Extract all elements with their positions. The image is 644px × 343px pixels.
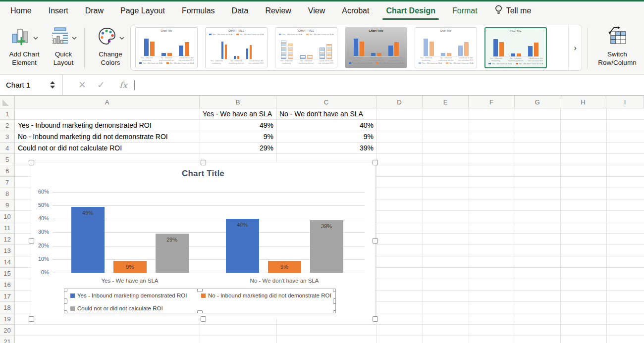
menu-item-format[interactable]: Format — [444, 1, 486, 20]
chart-bar[interactable] — [71, 207, 105, 273]
legend-selection-handle[interactable] — [197, 310, 203, 314]
gallery-more-button[interactable]: › — [568, 25, 582, 70]
select-all-corner[interactable] — [0, 96, 15, 108]
chart-selection-handle[interactable] — [201, 316, 206, 322]
legend-selection-handle[interactable] — [333, 310, 336, 314]
chart-style-thumbnail-3[interactable]: CHART TITLEYes - We have an SLANo - We d… — [275, 27, 337, 68]
column-header-C[interactable]: C — [276, 96, 376, 108]
cell-A4[interactable]: Could not or did not calculate ROI — [15, 143, 200, 154]
enter-icon[interactable]: ✓ — [94, 79, 108, 91]
row-header-18[interactable]: 18 — [0, 302, 15, 313]
chart-title[interactable]: Chart Title — [31, 169, 375, 179]
chart-style-thumbnail-5[interactable]: Chart TitleYes - Inbound marketing demon… — [415, 27, 477, 68]
chart-style-thumbnail-4[interactable]: Chart TitleYes - Inbound marketing demon… — [345, 27, 407, 68]
chart-gridline — [53, 192, 365, 193]
menu-item-formulas[interactable]: Formulas — [173, 1, 223, 20]
add-chart-element-button[interactable]: Add ChartElement — [1, 24, 48, 72]
row-header-2[interactable]: 2 — [0, 120, 15, 131]
cell-C1[interactable]: No - We don't have an SLA — [276, 108, 376, 120]
menu-item-draw[interactable]: Draw — [77, 1, 112, 20]
row-header-8[interactable]: 8 — [0, 188, 15, 199]
legend-selection-handle[interactable] — [333, 298, 336, 304]
chevron-down-icon — [72, 33, 77, 42]
menu-item-insert[interactable]: Insert — [40, 1, 77, 20]
row-header-4[interactable]: 4 — [0, 143, 15, 154]
row-header-5[interactable]: 5 — [0, 154, 15, 165]
legend-selection-handle[interactable] — [64, 289, 67, 292]
cell-C3[interactable]: 9% — [276, 131, 376, 143]
menu-item-review[interactable]: Review — [257, 1, 299, 20]
row-header-6[interactable]: 6 — [0, 165, 15, 177]
menu-item-view[interactable]: View — [300, 1, 333, 20]
legend-item[interactable]: No - Inbound marketing did not demonstra… — [201, 293, 331, 298]
row-header-14[interactable]: 14 — [0, 256, 15, 268]
row-header-20[interactable]: 20 — [0, 325, 15, 336]
cancel-icon[interactable]: ✕ — [75, 79, 90, 91]
column-header-A[interactable]: A — [15, 96, 200, 108]
column-header-G[interactable]: G — [515, 96, 560, 108]
row-header-19[interactable]: 19 — [0, 313, 15, 325]
menu-item-chart-design[interactable]: Chart Design — [377, 1, 444, 20]
chart-selection-handle[interactable] — [373, 238, 378, 244]
column-headers: ABCDEFGHI — [15, 96, 644, 108]
row-header-9[interactable]: 9 — [0, 199, 15, 211]
menu-item-page-layout[interactable]: Page Layout — [112, 1, 173, 20]
row-header-15[interactable]: 15 — [0, 268, 15, 279]
switch-row-column-button[interactable]: SwitchRow/Column — [592, 24, 642, 72]
row-header-1[interactable]: 1 — [0, 108, 15, 120]
column-header-E[interactable]: E — [423, 96, 469, 108]
thumbnail-title: CHART TITLE — [298, 29, 314, 33]
embedded-chart[interactable]: Chart Title 0%10%20%30%40%50%60%49%40%9%… — [31, 162, 376, 319]
legend-selection-handle[interactable] — [197, 289, 203, 292]
legend-selection-handle[interactable] — [64, 298, 67, 304]
row-header-21[interactable]: 21 — [0, 336, 15, 343]
chart-selection-handle[interactable] — [29, 238, 34, 244]
menu-item-data[interactable]: Data — [223, 1, 257, 20]
chart-selection-handle[interactable] — [373, 316, 378, 322]
lightbulb-icon — [494, 4, 503, 17]
column-header-B[interactable]: B — [200, 96, 276, 108]
row-header-10[interactable]: 10 — [0, 211, 15, 222]
column-header-H[interactable]: H — [560, 96, 606, 108]
legend-selection-handle[interactable] — [64, 310, 67, 314]
chart-style-thumbnail-1[interactable]: Chart TitleYes - Inbound marketing demon… — [135, 27, 198, 68]
cell-B3[interactable]: 9% — [200, 131, 276, 143]
name-box[interactable]: Chart 1 — [0, 81, 50, 89]
name-box-spinner[interactable] — [50, 81, 55, 89]
chart-selection-handle[interactable] — [201, 160, 206, 165]
legend-item[interactable]: Yes - Inbound marketing demonstrated ROI — [70, 293, 187, 298]
cell-B1[interactable]: Yes - We have an SLA — [200, 108, 276, 120]
row-header-16[interactable]: 16 — [0, 279, 15, 291]
chart-legend[interactable]: Yes - Inbound marketing demonstrated ROI… — [64, 289, 336, 313]
chart-selection-handle[interactable] — [29, 160, 34, 165]
legend-selection-handle[interactable] — [333, 289, 336, 292]
chart-style-thumbnail-2[interactable]: CHART TITLEYes - We have an SLANo - We d… — [205, 27, 268, 68]
chart-style-thumbnail-6[interactable]: Chart TitleYes - Inbound marketing demon… — [484, 27, 547, 68]
row-header-12[interactable]: 12 — [0, 234, 15, 245]
row-header-11[interactable]: 11 — [0, 222, 15, 234]
chart-selection-handle[interactable] — [373, 160, 378, 165]
cell-A2[interactable]: Yes - Inbound marketing demonstrated ROI — [15, 120, 200, 131]
column-header-F[interactable]: F — [469, 96, 515, 108]
row-header-7[interactable]: 7 — [0, 177, 15, 188]
insert-function-icon[interactable]: fx — [119, 80, 127, 90]
menu-item-tell-me[interactable]: Tell me — [486, 1, 540, 20]
row-header-17[interactable]: 17 — [0, 291, 15, 302]
spinner-up-icon[interactable] — [50, 81, 55, 84]
cell-C4[interactable]: 39% — [276, 143, 376, 154]
cell-C2[interactable]: 40% — [276, 120, 376, 131]
menu-item-acrobat[interactable]: Acrobat — [333, 1, 377, 20]
cell-B4[interactable]: 29% — [200, 143, 276, 154]
column-header-I[interactable]: I — [606, 96, 644, 108]
spinner-down-icon[interactable] — [50, 86, 55, 89]
chart-selection-handle[interactable] — [29, 316, 34, 322]
cell-B2[interactable]: 49% — [200, 120, 276, 131]
menu-item-home[interactable]: Home — [2, 1, 40, 20]
change-colors-button[interactable]: ChangeColors — [91, 24, 130, 72]
legend-item[interactable]: Could not or did not calculate ROI — [70, 305, 163, 311]
column-header-D[interactable]: D — [376, 96, 423, 108]
row-header-3[interactable]: 3 — [0, 131, 15, 143]
quick-layout-button[interactable]: QuickLayout — [48, 24, 79, 72]
cell-A3[interactable]: No - Inbound marketing did not demonstra… — [15, 131, 200, 143]
row-header-13[interactable]: 13 — [0, 245, 15, 256]
